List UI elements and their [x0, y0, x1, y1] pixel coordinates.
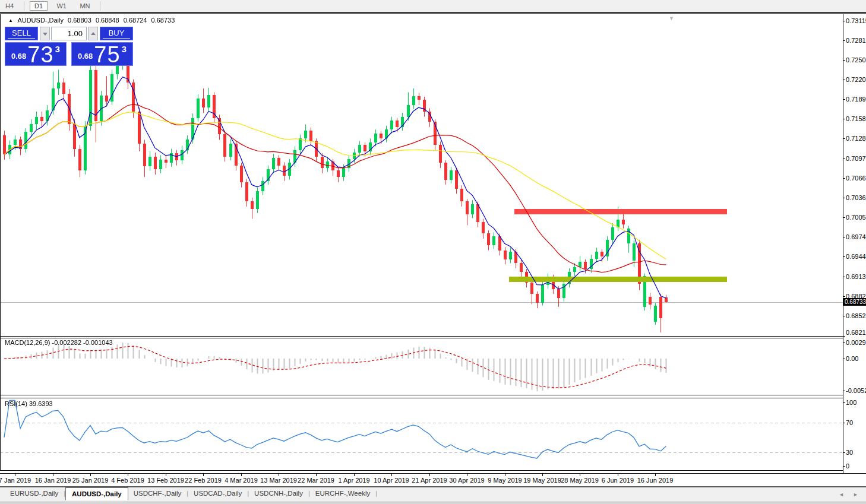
chart-shift-marker-icon[interactable]: ▼ — [669, 15, 674, 21]
chart-tab-eurchf[interactable]: EURCHF-,Weekly — [310, 487, 375, 499]
axis-tick-mark — [843, 237, 845, 237]
axis-tick-mark — [354, 474, 355, 476]
chart-tab-usdcnh[interactable]: USDCNH-,Daily — [249, 487, 308, 499]
sell-price-prefix: 0.68 — [11, 52, 26, 61]
low-value: 0.68724 — [124, 17, 147, 24]
one-click-trading-panel: SELL 1.00 BUY 0.68 73 3 0.68 75 3 — [5, 27, 133, 66]
axis-tick-mark — [843, 119, 845, 119]
sell-price-tile[interactable]: 0.68 73 3 — [5, 42, 67, 66]
buy-button[interactable]: BUY — [100, 27, 133, 40]
sell-price-pips: 73 — [27, 46, 53, 64]
open-value: 0.68803 — [68, 17, 91, 24]
axis-tick-mark — [843, 21, 845, 21]
timeframe-mn-button[interactable]: MN — [75, 1, 94, 11]
buy-price-pips: 75 — [94, 46, 120, 64]
chart-tab-usdcad[interactable]: USDCAD-,Daily — [188, 487, 247, 499]
volume-increase-button[interactable] — [88, 27, 98, 40]
axis-tick-mark — [843, 40, 845, 41]
timeframe-w1-button[interactable]: W1 — [52, 1, 71, 11]
rsi-label: RSI(14) 39.6393 — [5, 400, 53, 407]
axis-tick-mark — [843, 402, 845, 403]
chart-left-border — [0, 14, 1, 470]
price-tick-label: 0.71890 — [846, 96, 866, 103]
axis-tick-mark — [429, 474, 430, 476]
rsi-top-border — [0, 398, 843, 398]
volume-decrease-button[interactable] — [40, 27, 50, 40]
axis-tick-mark — [843, 99, 845, 100]
timeframe-d1-button[interactable]: D1 — [30, 1, 48, 11]
date-tick-label: 30 Apr 2019 — [449, 477, 484, 484]
date-tick-label: 25 Jan 2019 — [72, 477, 109, 484]
axis-tick-mark — [843, 423, 845, 423]
tab-scroll-right-icon[interactable]: ► — [853, 492, 858, 497]
main-chart-bottom-border — [0, 336, 843, 337]
current-price-tag: 0.68733 — [843, 298, 866, 306]
time-axis-line — [0, 473, 866, 474]
axis-tick-mark — [391, 474, 392, 476]
macd-axis-label: 0.002984 — [846, 339, 866, 346]
date-tick-label: 10 Apr 2019 — [374, 477, 409, 484]
price-tick-label: 0.72810 — [846, 37, 866, 44]
date-tick-label: 4 Mar 2019 — [225, 477, 258, 484]
macd-label: MACD(12,26,9) -0.002282 -0.001043 — [5, 339, 113, 346]
price-tick-label: 0.70665 — [846, 175, 866, 182]
rsi-indicator-chart[interactable] — [0, 398, 843, 470]
rsi-axis-label: 0 — [846, 462, 849, 470]
axis-tick-mark — [843, 217, 845, 218]
price-tick-label: 0.69130 — [846, 273, 866, 280]
chart-tab-bar: EURUSD-,Daily|AUDUSD-,DailyUSDCHF-,Daily… — [0, 487, 866, 502]
date-tick-label: 22 Mar 2019 — [298, 477, 334, 484]
axis-tick-mark — [843, 466, 845, 467]
axis-tick-mark — [843, 198, 845, 198]
status-strip — [0, 502, 866, 504]
axis-tick-mark — [128, 474, 128, 476]
price-tick-label: 0.71280 — [846, 135, 866, 142]
arrow-up-icon — [91, 32, 96, 35]
chart-tab-usdchf[interactable]: USDCHF-,Daily — [128, 487, 187, 499]
date-tick-label: 28 May 2019 — [561, 477, 599, 484]
axis-tick-mark — [843, 343, 845, 343]
axis-tick-mark — [843, 138, 845, 139]
price-tick-label: 0.71585 — [846, 115, 866, 122]
rsi-axis-label: 70 — [846, 419, 853, 426]
axis-tick-mark — [279, 474, 279, 476]
volume-input[interactable]: 1.00 — [51, 27, 87, 40]
chart-tab-eurusd[interactable]: EURUSD-,Daily — [5, 487, 64, 499]
close-value: 0.68733 — [151, 17, 175, 24]
price-axis-border — [843, 14, 843, 473]
price-tick-label: 0.70050 — [846, 214, 866, 221]
buy-price-tile[interactable]: 0.68 75 3 — [71, 42, 133, 66]
tab-scroll-left-icon[interactable]: ◄ — [839, 492, 844, 497]
price-tick-label: 0.70970 — [846, 155, 866, 162]
axis-tick-mark — [90, 474, 91, 476]
axis-tick-mark — [843, 178, 845, 179]
arrow-down-icon — [43, 33, 48, 36]
axis-tick-mark — [843, 391, 845, 391]
timeframe-h4-button[interactable]: H4 — [1, 1, 18, 11]
axis-tick-mark — [843, 336, 845, 337]
axis-tick-mark — [843, 359, 845, 359]
rsi-bottom-border — [0, 470, 843, 471]
macd-indicator-chart[interactable] — [0, 338, 843, 395]
window-splitter — [0, 12, 866, 14]
date-tick-label: 16 Jun 2019 — [637, 477, 674, 484]
price-tick-label: 0.68210 — [846, 329, 866, 336]
axis-tick-mark — [843, 80, 845, 80]
sell-price-point: 3 — [55, 44, 60, 54]
price-tick-label: 0.73115 — [846, 17, 866, 24]
sell-button[interactable]: SELL — [5, 27, 38, 40]
price-tick-label: 0.69745 — [846, 233, 866, 240]
chart-tab-audusd[interactable]: AUDUSD-,Daily — [65, 487, 128, 500]
axis-tick-mark — [505, 474, 505, 476]
rsi-axis-label: 100 — [846, 399, 856, 406]
macd-top-border — [0, 338, 843, 338]
tab-divider: | — [375, 487, 377, 497]
collapse-triangle-icon[interactable]: ▲ — [8, 18, 13, 23]
date-tick-label: 13 Feb 2019 — [147, 477, 184, 484]
axis-tick-mark — [316, 474, 317, 476]
timeframe-toolbar: H4 D1 W1 MN — [0, 0, 866, 12]
symbol-timeframe-label: AUDUSD-,Daily — [17, 17, 64, 24]
buy-price-prefix: 0.68 — [78, 52, 93, 61]
axis-tick-mark — [467, 474, 467, 476]
axis-tick-mark — [655, 474, 656, 476]
